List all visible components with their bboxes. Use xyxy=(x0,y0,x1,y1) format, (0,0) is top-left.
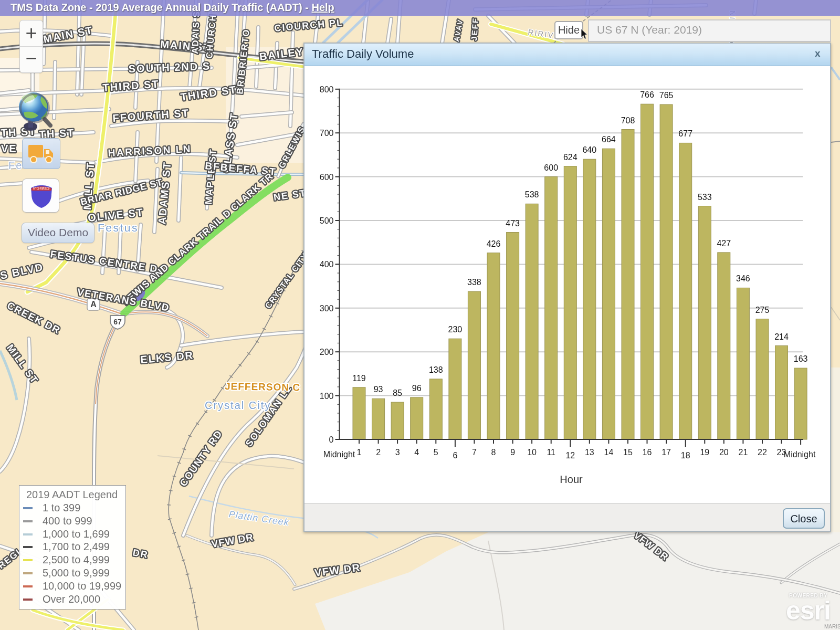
svg-text:Crystal City: Crystal City xyxy=(205,400,271,411)
svg-text:67: 67 xyxy=(113,318,122,326)
svg-text:VE: VE xyxy=(1,143,17,154)
svg-text:Fe: Fe xyxy=(8,160,23,171)
svg-text:Interstate: Interstate xyxy=(33,186,50,190)
svg-text:ADAIS S: ADAIS S xyxy=(190,10,202,55)
svg-text:JEFF: JEFF xyxy=(469,17,480,41)
svg-text:JEFFERSON C: JEFFERSON C xyxy=(225,381,300,393)
svg-text:Festus: Festus xyxy=(98,222,139,234)
svg-text:A: A xyxy=(90,300,97,309)
